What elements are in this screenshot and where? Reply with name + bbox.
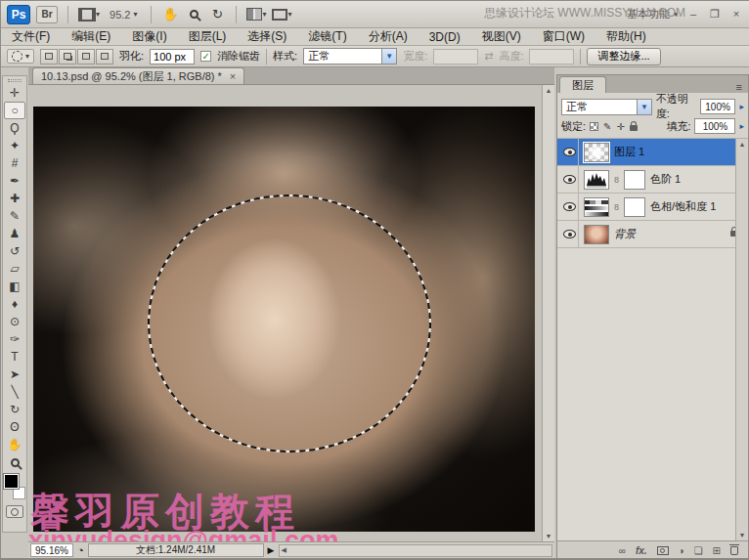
- layer-row-levels1[interactable]: 8 色阶 1: [557, 166, 748, 194]
- layer-mask-thumbnail[interactable]: [624, 170, 645, 190]
- visibility-toggle[interactable]: [561, 194, 579, 220]
- zoom-level-dropdown[interactable]: 95.2▾: [106, 9, 141, 21]
- rotate-view-icon[interactable]: ↻: [208, 6, 226, 23]
- layers-scrollbar[interactable]: ▲ ▼: [735, 139, 748, 540]
- restore-button[interactable]: ❐: [707, 8, 723, 21]
- layer-row-huesaturation1[interactable]: 8 色相/饱和度 1: [557, 194, 748, 221]
- menu-3d[interactable]: 3D(D): [419, 30, 471, 44]
- layer-style-icon[interactable]: fx.: [636, 545, 647, 556]
- quick-mask-button[interactable]: [6, 505, 23, 518]
- visibility-toggle[interactable]: [561, 221, 579, 247]
- fill-field[interactable]: 100%: [694, 118, 735, 134]
- background-layer-thumbnail[interactable]: [584, 225, 609, 244]
- quick-selection-tool[interactable]: ✦: [4, 137, 25, 154]
- layer-mask-thumbnail[interactable]: [624, 197, 645, 217]
- layer-thumbnail[interactable]: [584, 143, 609, 162]
- workspace-switcher[interactable]: 基本功能▾: [627, 7, 678, 22]
- 3d-rotate-tool[interactable]: ↻: [4, 401, 25, 418]
- menu-file[interactable]: 文件(F): [1, 28, 61, 45]
- view-extras-icon[interactable]: ▾: [78, 6, 100, 23]
- visibility-toggle[interactable]: [561, 166, 579, 193]
- menu-view[interactable]: 视图(V): [471, 28, 532, 45]
- menu-layer[interactable]: 图层(L): [178, 28, 238, 45]
- line-tool[interactable]: ╲: [4, 383, 25, 401]
- new-selection-button[interactable]: [40, 49, 58, 65]
- menu-filter[interactable]: 滤镜(T): [297, 28, 357, 45]
- crop-tool[interactable]: #: [4, 154, 25, 172]
- pen-tool[interactable]: ✑: [4, 330, 25, 348]
- hand-tool[interactable]: ✋: [4, 436, 25, 453]
- foreground-color-swatch[interactable]: [4, 474, 19, 489]
- blur-tool[interactable]: ♦: [4, 295, 25, 313]
- mask-link-icon[interactable]: 8: [614, 175, 619, 185]
- minimize-button[interactable]: –: [685, 8, 701, 21]
- screen-mode-icon[interactable]: ▾: [272, 6, 291, 23]
- intersect-selection-button[interactable]: [96, 49, 113, 65]
- elliptical-marquee-tool[interactable]: ○: [4, 102, 25, 119]
- layer-row-layer1[interactable]: 图层 1: [557, 139, 748, 166]
- brush-tool[interactable]: ✎: [4, 207, 25, 225]
- scroll-up-icon[interactable]: ▲: [546, 87, 552, 94]
- scroll-left-icon[interactable]: ◀: [282, 546, 286, 554]
- lasso-tool[interactable]: Ϙ: [4, 119, 25, 137]
- opacity-spinner-icon[interactable]: ▸: [739, 102, 744, 111]
- arrange-documents-icon[interactable]: ▾: [246, 6, 266, 23]
- levels-adjustment-thumbnail[interactable]: [584, 170, 609, 190]
- refine-edge-button[interactable]: 调整边缘...: [587, 48, 660, 65]
- status-menu-arrow-icon[interactable]: ▶: [268, 545, 275, 555]
- type-tool[interactable]: T: [4, 348, 25, 366]
- menu-select[interactable]: 选择(S): [237, 28, 297, 45]
- close-button[interactable]: ×: [728, 8, 744, 21]
- menu-analysis[interactable]: 分析(A): [358, 28, 419, 45]
- palette-grip[interactable]: [8, 79, 22, 82]
- panel-menu-icon[interactable]: ≡: [732, 81, 746, 93]
- hue-saturation-adjustment-thumbnail[interactable]: [584, 197, 609, 217]
- scroll-down-icon[interactable]: ▼: [546, 533, 552, 539]
- menu-image[interactable]: 图像(I): [121, 28, 177, 45]
- eraser-tool[interactable]: ▱: [4, 260, 25, 278]
- tool-preset-picker[interactable]: ▾: [7, 49, 34, 64]
- document-tab[interactable]: 10.13.psd @ 95.2% (图层 1, RGB/8) * ×: [32, 67, 244, 84]
- fill-spinner-icon[interactable]: ▸: [739, 121, 744, 131]
- menu-window[interactable]: 窗口(W): [532, 28, 595, 45]
- visibility-toggle[interactable]: [561, 139, 579, 165]
- tab-close-icon[interactable]: ×: [230, 70, 236, 82]
- gradient-tool[interactable]: ◧: [4, 278, 25, 295]
- dodge-tool[interactable]: ⊙: [4, 313, 25, 330]
- link-layers-icon[interactable]: ∞: [619, 545, 626, 556]
- zoom-tool-icon[interactable]: [185, 6, 202, 23]
- lock-all-icon[interactable]: [630, 125, 638, 131]
- menu-edit[interactable]: 编辑(E): [61, 28, 121, 45]
- style-select[interactable]: 正常 ▼: [303, 48, 397, 65]
- add-layer-mask-icon[interactable]: [657, 546, 669, 555]
- antialias-checkbox[interactable]: ✓: [200, 51, 211, 62]
- lock-pixels-icon[interactable]: ✎: [603, 121, 611, 132]
- lock-position-icon[interactable]: ✛: [616, 121, 624, 132]
- bridge-button[interactable]: Br: [36, 6, 58, 23]
- horizontal-scrollbar[interactable]: ◀: [279, 544, 553, 557]
- path-selection-tool[interactable]: ➤: [4, 366, 25, 383]
- delete-layer-icon[interactable]: [730, 546, 738, 555]
- eyedropper-tool[interactable]: ✒: [4, 172, 25, 190]
- canvas-image-hands-holding-baby-hand[interactable]: [33, 107, 535, 532]
- add-to-selection-button[interactable]: [59, 49, 76, 65]
- vertical-scrollbar[interactable]: ▲ ▼: [542, 85, 554, 541]
- subtract-from-selection-button[interactable]: [77, 49, 95, 65]
- opacity-field[interactable]: 100%: [700, 99, 736, 114]
- menu-help[interactable]: 帮助(H): [595, 28, 657, 45]
- history-brush-tool[interactable]: ↺: [4, 242, 25, 260]
- hand-tool-icon[interactable]: ✋: [161, 6, 179, 23]
- new-group-icon[interactable]: ❏: [694, 545, 703, 556]
- feather-input[interactable]: [150, 49, 195, 65]
- blend-mode-select[interactable]: 正常 ▼: [561, 99, 652, 115]
- layers-panel-tab[interactable]: 图层: [559, 76, 606, 93]
- lock-transparency-icon[interactable]: [590, 122, 598, 131]
- adjustment-layer-icon[interactable]: ◑: [679, 545, 684, 556]
- 3d-orbit-tool[interactable]: ʘ: [4, 418, 25, 436]
- status-zoom-field[interactable]: 95.16%: [30, 543, 73, 557]
- scroll-down-icon[interactable]: ▼: [739, 532, 746, 538]
- layer-row-background[interactable]: 背景: [557, 221, 748, 248]
- new-layer-icon[interactable]: ⊞: [713, 545, 721, 556]
- mask-link-icon[interactable]: 8: [614, 202, 619, 212]
- scroll-up-icon[interactable]: ▲: [739, 141, 746, 148]
